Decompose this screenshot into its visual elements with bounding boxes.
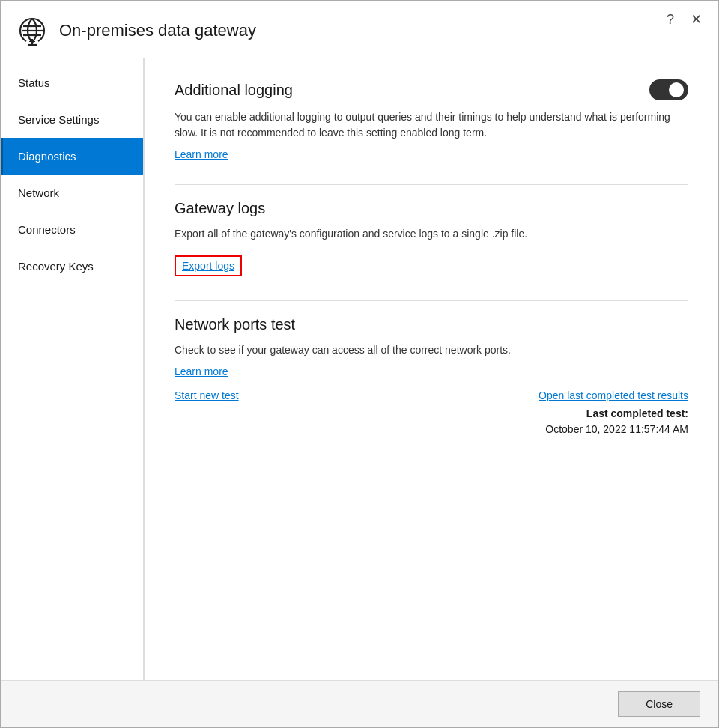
sidebar-item-network[interactable]: Network (1, 175, 143, 211)
content-area: Additional logging You can enable additi… (145, 58, 718, 680)
gateway-icon (16, 14, 49, 47)
sidebar-item-service-settings[interactable]: Service Settings (1, 101, 143, 138)
toggle-track[interactable] (649, 79, 688, 100)
last-test-info: Last completed test: October 10, 2022 11… (545, 406, 688, 437)
sidebar-item-recovery-keys[interactable]: Recovery Keys (1, 248, 143, 285)
gateway-logs-title: Gateway logs (175, 200, 265, 217)
additional-logging-toggle[interactable] (649, 79, 688, 100)
network-ports-footer: Start new test Open last completed test … (175, 382, 688, 437)
help-button[interactable]: ? (662, 11, 679, 28)
gateway-logs-section: Gateway logs Export all of the gateway's… (175, 200, 688, 276)
title-controls: ? ✕ (662, 11, 706, 28)
sidebar-item-connectors[interactable]: Connectors (1, 211, 143, 248)
additional-logging-section: Additional logging You can enable additi… (175, 79, 688, 160)
additional-logging-header: Additional logging (175, 79, 688, 100)
export-logs-link[interactable]: Export logs (182, 260, 234, 272)
bottom-bar: Close (1, 680, 718, 727)
gateway-logs-body: Export all of the gateway's configuratio… (175, 226, 688, 242)
network-ports-title: Network ports test (175, 316, 295, 333)
divider-1 (175, 184, 688, 185)
close-dialog-button[interactable]: Close (618, 691, 700, 717)
title-bar: On-premises data gateway ? ✕ (1, 1, 718, 58)
toggle-thumb (669, 82, 684, 97)
network-ports-section: Network ports test Check to see if your … (175, 316, 688, 437)
additional-logging-title: Additional logging (175, 82, 293, 99)
dialog-window: On-premises data gateway ? ✕ Status Serv… (0, 0, 719, 728)
additional-logging-learn-more[interactable]: Learn more (175, 148, 228, 160)
gateway-logs-header: Gateway logs (175, 200, 688, 217)
network-ports-header: Network ports test (175, 316, 688, 333)
network-ports-results: Open last completed test results Last co… (539, 389, 688, 437)
divider-2 (175, 300, 688, 301)
open-last-results-link[interactable]: Open last completed test results (539, 389, 688, 401)
sidebar: Status Service Settings Diagnostics Netw… (1, 58, 145, 680)
main-content: Status Service Settings Diagnostics Netw… (1, 58, 718, 680)
network-ports-actions: Start new test (175, 389, 239, 401)
last-completed-value: October 10, 2022 11:57:44 AM (545, 422, 688, 437)
dialog-title: On-premises data gateway (59, 21, 256, 40)
network-ports-learn-more[interactable]: Learn more (175, 365, 228, 377)
sidebar-item-diagnostics[interactable]: Diagnostics (1, 138, 143, 175)
additional-logging-body: You can enable additional logging to out… (175, 109, 688, 141)
close-button[interactable]: ✕ (686, 11, 706, 28)
network-ports-body: Check to see if your gateway can access … (175, 342, 688, 358)
export-logs-box: Export logs (175, 255, 242, 276)
sidebar-item-status[interactable]: Status (1, 64, 143, 101)
start-new-test-link[interactable]: Start new test (175, 389, 239, 401)
last-completed-label: Last completed test: (545, 406, 688, 422)
